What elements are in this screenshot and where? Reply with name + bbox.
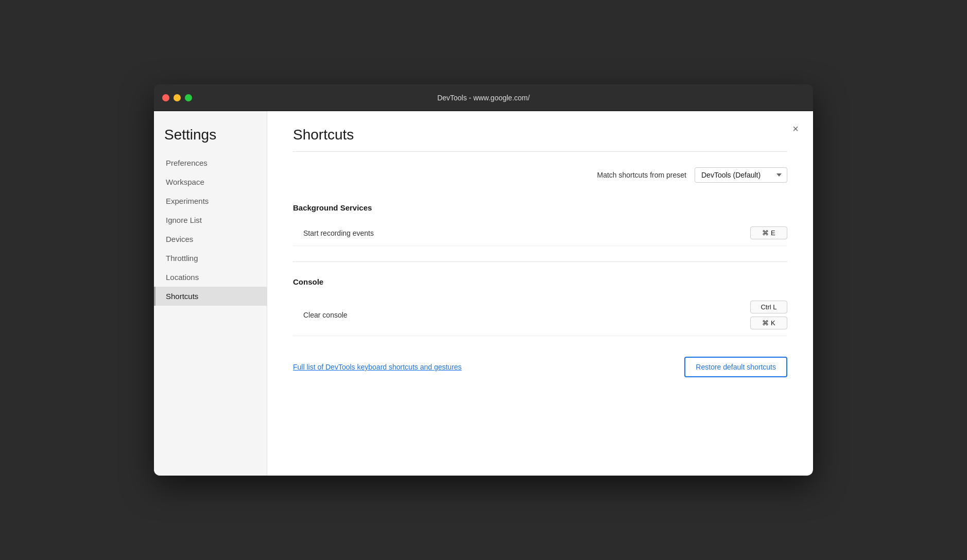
sidebar-item-workspace[interactable]: Workspace [154, 172, 267, 191]
shortcut-keys-clear-console: Ctrl L ⌘ K [750, 301, 787, 329]
preset-select[interactable]: DevTools (Default) Visual Studio Code [695, 167, 787, 183]
console-header: Console [293, 277, 787, 286]
preset-row: Match shortcuts from preset DevTools (De… [293, 167, 787, 183]
window: DevTools - www.google.com/ Settings Pref… [154, 84, 813, 476]
traffic-lights [162, 94, 192, 101]
sidebar-item-shortcuts[interactable]: Shortcuts [154, 287, 267, 306]
key-combo-cmd-k: ⌘ K [750, 317, 787, 329]
shortcut-name-recording: Start recording events [293, 229, 750, 237]
close-traffic-light[interactable] [162, 94, 169, 101]
sidebar-item-devices[interactable]: Devices [154, 230, 267, 249]
preset-label: Match shortcuts from preset [597, 171, 686, 179]
sidebar: Settings Preferences Workspace Experimen… [154, 111, 267, 476]
background-services-section: Background Services Start recording even… [293, 203, 787, 246]
main-content: × Shortcuts Match shortcuts from preset … [267, 111, 813, 476]
page-title: Shortcuts [293, 127, 787, 143]
key-combo-ctrl-l: Ctrl L [750, 301, 787, 313]
maximize-traffic-light[interactable] [185, 94, 192, 101]
shortcut-keys-recording: ⌘ E [750, 226, 787, 239]
sidebar-item-locations[interactable]: Locations [154, 268, 267, 287]
sidebar-item-ignore-list[interactable]: Ignore List [154, 211, 267, 230]
key-combo-cmd-e: ⌘ E [750, 226, 787, 239]
background-services-header: Background Services [293, 203, 787, 212]
restore-defaults-button[interactable]: Restore default shortcuts [684, 357, 787, 377]
minimize-traffic-light[interactable] [174, 94, 181, 101]
shortcuts-link[interactable]: Full list of DevTools keyboard shortcuts… [293, 363, 462, 371]
titlebar: DevTools - www.google.com/ [154, 84, 813, 111]
shortcut-name-clear-console: Clear console [293, 311, 750, 319]
settings-title: Settings [154, 127, 267, 153]
shortcut-row-clear-console: Clear console Ctrl L ⌘ K [293, 294, 787, 336]
title-divider [293, 151, 787, 152]
section-divider-1 [293, 261, 787, 262]
footer-row: Full list of DevTools keyboard shortcuts… [293, 357, 787, 377]
sidebar-item-throttling[interactable]: Throttling [154, 249, 267, 268]
window-title: DevTools - www.google.com/ [437, 94, 530, 102]
shortcut-row-recording: Start recording events ⌘ E [293, 220, 787, 246]
close-button[interactable]: × [788, 121, 803, 136]
sidebar-item-experiments[interactable]: Experiments [154, 191, 267, 211]
sidebar-item-preferences[interactable]: Preferences [154, 153, 267, 172]
dialog: Settings Preferences Workspace Experimen… [154, 111, 813, 476]
console-section: Console Clear console Ctrl L ⌘ K [293, 277, 787, 336]
